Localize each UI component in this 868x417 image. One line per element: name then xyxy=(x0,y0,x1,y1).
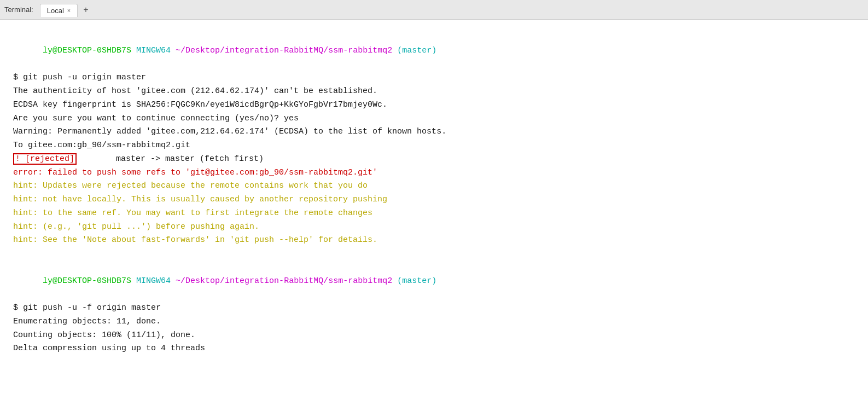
line-auth: The authenticity of host 'gitee.com (212… xyxy=(13,85,855,99)
blank-line-1 xyxy=(13,247,855,261)
tab-add-button[interactable]: + xyxy=(80,4,91,16)
terminal-label: Terminal: xyxy=(4,5,38,14)
prompt-path-1: ~/Desktop/integration-RabbitMQ/ssm-rabbi… xyxy=(176,46,392,55)
tab-local[interactable]: Local × xyxy=(40,4,78,17)
tab-close-icon[interactable]: × xyxy=(67,7,71,14)
prompt-user-1: ly@DESKTOP-0SHDB7S xyxy=(43,46,131,55)
line-count: Counting objects: 100% (11/11), done. xyxy=(13,329,855,343)
line-rejected: ! [rejected] master -> master (fetch fir… xyxy=(13,153,855,166)
line-prompt-2: ly@DESKTOP-0SHDB7S MINGW64 ~/Desktop/int… xyxy=(13,261,855,302)
line-sure: Are you sure you want to continue connec… xyxy=(13,112,855,126)
terminal-content[interactable]: ly@DESKTOP-0SHDB7S MINGW64 ~/Desktop/int… xyxy=(0,20,868,417)
prompt-branch-1: (master) xyxy=(397,46,436,55)
prompt-branch-2: (master) xyxy=(397,276,436,286)
line-hint-1: hint: Updates were rejected because the … xyxy=(13,179,855,193)
line-enum: Enumerating objects: 11, done. xyxy=(13,315,855,329)
line-hint-4: hint: (e.g., 'git pull ...') before push… xyxy=(13,221,855,234)
line-to: To gitee.com:gb_90/ssm-rabbitmq2.git xyxy=(13,139,855,153)
rejected-badge: ! [rejected] xyxy=(13,153,77,165)
line-error: error: failed to push some refs to 'git@… xyxy=(13,166,855,180)
line-hint-2: hint: not have locally. This is usually … xyxy=(13,193,855,207)
terminal-window: Terminal: Local × + ly@DESKTOP-0SHDB7S M… xyxy=(0,0,868,417)
line-prompt-1: ly@DESKTOP-0SHDB7S MINGW64 ~/Desktop/int… xyxy=(13,31,855,71)
line-delta: Delta compression using up to 4 threads xyxy=(13,342,855,356)
line-cmd-1: $ git push -u origin master xyxy=(13,71,855,85)
prompt-path-2: ~/Desktop/integration-RabbitMQ/ssm-rabbi… xyxy=(176,276,392,286)
line-hint-3: hint: to the same ref. You may want to f… xyxy=(13,207,855,221)
prompt-shell-1: MINGW64 xyxy=(136,46,171,55)
prompt-shell-2: MINGW64 xyxy=(136,276,171,286)
tab-bar: Terminal: Local × + xyxy=(0,0,868,20)
line-ecdsa: ECDSA key fingerprint is SHA256:FQGC9Kn/… xyxy=(13,99,855,112)
tab-local-label: Local xyxy=(47,7,64,15)
line-warning: Warning: Permanently added 'gitee.com,21… xyxy=(13,125,855,139)
line-hint-5: hint: See the 'Note about fast-forwards'… xyxy=(13,234,855,247)
prompt-user-2: ly@DESKTOP-0SHDB7S xyxy=(43,276,131,286)
line-cmd-2: $ git push -u -f origin master xyxy=(13,302,855,315)
